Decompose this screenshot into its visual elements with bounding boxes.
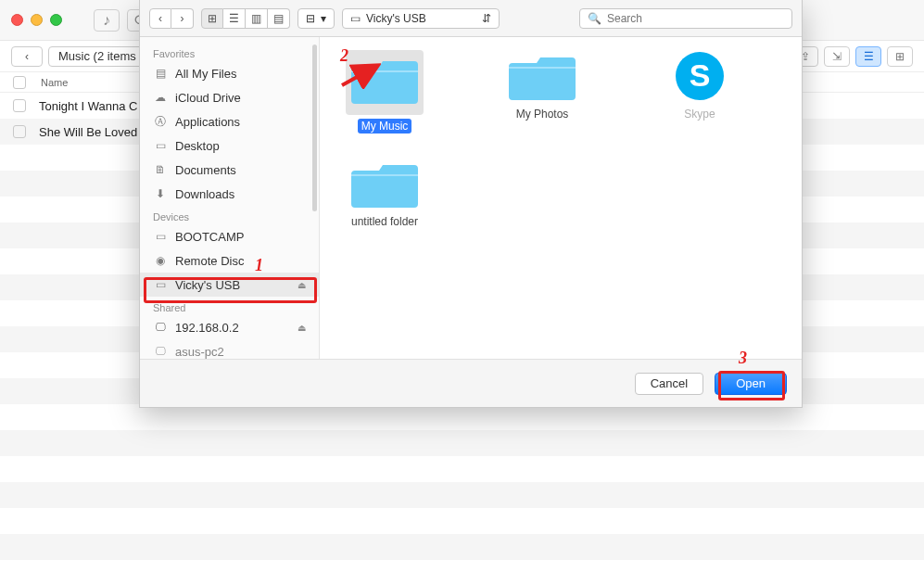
sidebar-item-network-2[interactable]: 🖵asus-pc2 (140, 339, 319, 359)
back-button[interactable]: ‹ (11, 46, 43, 67)
search-icon: 🔍 (588, 12, 601, 25)
item-label: My Photos (516, 108, 569, 121)
disc-icon: ◉ (153, 254, 168, 267)
svg-text:S: S (690, 57, 711, 93)
sidebar-item-downloads[interactable]: ⬇Downloads (140, 182, 319, 206)
view-mode-seg: ⊞ ☰ ▥ ▤ (201, 8, 290, 29)
select-all-checkbox[interactable] (13, 76, 26, 89)
music-note-icon[interactable]: ♪ (94, 9, 120, 32)
downloads-icon: ⬇ (153, 187, 168, 200)
item-label: My Music (358, 119, 412, 133)
nav-forward-button[interactable]: › (171, 8, 194, 29)
folder-icon (509, 50, 576, 102)
cancel-button[interactable]: Cancel (635, 373, 703, 395)
grid-view-icon[interactable]: ⊞ (887, 46, 913, 67)
monitor-icon: 🖵 (153, 345, 168, 358)
usb-drive-icon: ▭ (153, 278, 168, 291)
sidebar-item-label: BOOTCAMP (175, 230, 244, 244)
arrange-icon: ⊟ (306, 12, 315, 25)
sidebar-item-label: All My Files (175, 67, 236, 81)
open-button[interactable]: Open (715, 373, 787, 395)
sidebar-item-label: Applications (175, 115, 240, 129)
chevron-down-icon: ▾ (321, 12, 326, 25)
window-traffic-lights[interactable] (11, 14, 62, 26)
eject-icon[interactable]: ⏏ (297, 323, 306, 333)
minimize-window-icon[interactable] (31, 14, 43, 26)
sidebar-section-shared: Shared (140, 297, 319, 315)
open-dialog: ‹ › ⊞ ☰ ▥ ▤ ⊟▾ ▭ Vicky's USB ⇵ 🔍 Favorit… (139, 0, 803, 408)
sidebar-item-label: 192.168.0.2 (175, 321, 239, 335)
dialog-toolbar: ‹ › ⊞ ☰ ▥ ▤ ⊟▾ ▭ Vicky's USB ⇵ 🔍 (140, 0, 802, 37)
zoom-window-icon[interactable] (50, 14, 62, 26)
view-icon-grid-icon[interactable]: ⊞ (201, 8, 223, 29)
breadcrumb-music[interactable]: Music (2 items (48, 46, 146, 67)
sidebar-item-label: Vicky's USB (175, 278, 240, 292)
sidebar-item-desktop[interactable]: ▭Desktop (140, 133, 319, 158)
sidebar-item-label: iCloud Drive (175, 91, 241, 105)
folder-my-music[interactable]: My Music (329, 50, 440, 133)
folder-icon (351, 54, 418, 106)
documents-icon: 🗎 (153, 163, 168, 176)
app-skype[interactable]: S Skype (644, 50, 755, 133)
item-label: untitled folder (351, 215, 418, 228)
sidebar-item-label: Desktop (175, 139, 220, 153)
folder-icon (351, 158, 418, 210)
location-label: Vicky's USB (366, 12, 426, 25)
view-list-icon[interactable]: ☰ (223, 8, 246, 29)
drive-icon: ▭ (350, 12, 361, 25)
sidebar-item-label: Remote Disc (175, 254, 244, 268)
sidebar-item-bootcamp[interactable]: ▭BOOTCAMP (140, 224, 319, 248)
row-title: Tonight I Wanna C (39, 99, 137, 113)
dialog-footer: Cancel Open (140, 359, 802, 407)
item-label: Skype (684, 108, 715, 121)
nav-history-seg: ‹ › (149, 8, 194, 29)
sidebar-item-vickys-usb[interactable]: ▭Vicky's USB⏏ (140, 273, 319, 297)
sidebar-item-applications[interactable]: ⒶApplications (140, 109, 319, 133)
monitor-icon: 🖵 (153, 321, 168, 334)
skype-icon: S (674, 50, 726, 102)
sidebar-item-label: Documents (175, 163, 236, 177)
row-title: She Will Be Loved (39, 125, 137, 139)
close-window-icon[interactable] (11, 14, 23, 26)
row-checkbox[interactable] (13, 125, 26, 138)
updown-chevron-icon: ⇵ (482, 12, 491, 25)
search-input[interactable] (607, 12, 784, 25)
column-label: Name (41, 77, 68, 88)
folder-untitled[interactable]: untitled folder (329, 158, 440, 228)
search-field[interactable]: 🔍 (579, 8, 792, 29)
view-columns-icon[interactable]: ▥ (246, 8, 268, 29)
sidebar-item-label: asus-pc2 (175, 345, 224, 359)
sidebar-item-documents[interactable]: 🗎Documents (140, 158, 319, 182)
view-coverflow-icon[interactable]: ▤ (268, 8, 290, 29)
applications-icon: Ⓐ (153, 115, 168, 128)
row-checkbox[interactable] (13, 99, 26, 112)
sidebar-item-network-1[interactable]: 🖵192.168.0.2⏏ (140, 315, 319, 339)
sidebar-item-label: Downloads (175, 187, 234, 201)
sidebar-section-devices: Devices (140, 206, 319, 224)
drive-icon: ▭ (153, 230, 168, 243)
sidebar-item-all-my-files[interactable]: ▤All My Files (140, 61, 319, 85)
arrange-popup[interactable]: ⊟▾ (297, 8, 335, 29)
cloud-icon: ☁ (153, 91, 168, 104)
eject-icon[interactable]: ⏏ (297, 280, 306, 290)
list-view-icon[interactable]: ☰ (855, 46, 881, 67)
import-icon[interactable]: ⇲ (824, 46, 850, 67)
sidebar-section-favorites: Favorites (140, 43, 319, 61)
sidebar-item-remote-disc[interactable]: ◉Remote Disc (140, 248, 319, 273)
location-popup[interactable]: ▭ Vicky's USB ⇵ (342, 8, 500, 29)
all-files-icon: ▤ (153, 67, 168, 80)
nav-back-button[interactable]: ‹ (149, 8, 171, 29)
sidebar: Favorites ▤All My Files ☁iCloud Drive ⒶA… (140, 37, 320, 359)
sidebar-item-icloud[interactable]: ☁iCloud Drive (140, 85, 319, 109)
desktop-icon: ▭ (153, 139, 168, 152)
file-grid[interactable]: My Music My Photos S Skype untitled fold… (320, 37, 802, 359)
folder-my-photos[interactable]: My Photos (487, 50, 598, 133)
